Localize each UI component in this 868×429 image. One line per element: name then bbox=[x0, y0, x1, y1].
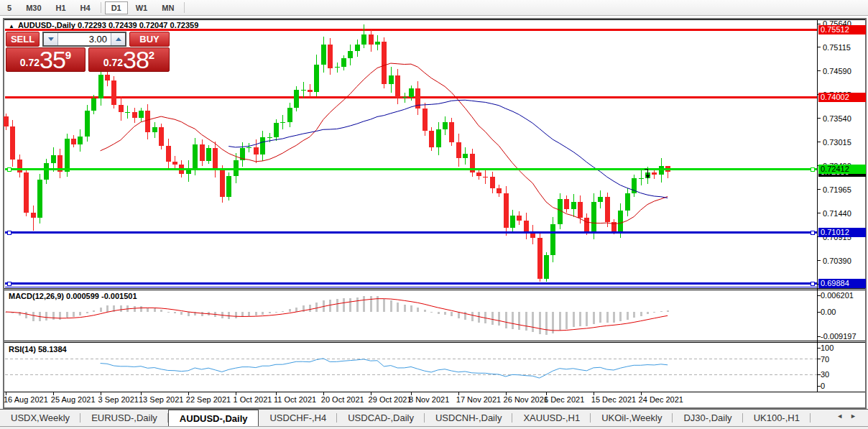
svg-text:100: 100 bbox=[821, 343, 834, 352]
chart-tab-usdchf-h4[interactable]: USDCHF-,H4 bbox=[259, 410, 337, 426]
svg-text:1 Oct 2021: 1 Oct 2021 bbox=[234, 395, 272, 404]
svg-text:24 Dec 2021: 24 Dec 2021 bbox=[639, 395, 683, 404]
svg-text:30: 30 bbox=[821, 370, 829, 379]
svg-text:8 Nov 2021: 8 Nov 2021 bbox=[409, 395, 449, 404]
chart-tab-audusd-daily[interactable]: AUDUSD-,Daily bbox=[168, 410, 259, 426]
buy-price-big-digits: 38 bbox=[123, 49, 149, 70]
svg-text:11 Oct 2021: 11 Oct 2021 bbox=[274, 395, 316, 404]
svg-text:0.73015: 0.73015 bbox=[823, 138, 851, 147]
rsi-axis: 10070300 bbox=[818, 343, 834, 390]
chart-ohlc-values: 0.72293 0.72439 0.72047 0.72359 bbox=[78, 21, 198, 29]
bottom-strip bbox=[0, 426, 868, 429]
pane-borders bbox=[4, 19, 865, 392]
svg-text:20 Oct 2021: 20 Oct 2021 bbox=[321, 395, 364, 404]
buy-price-prefix: 0.72 bbox=[103, 57, 123, 68]
ma-slow-line bbox=[228, 100, 668, 198]
macd-pane bbox=[5, 296, 669, 334]
svg-text:0.75115: 0.75115 bbox=[823, 43, 851, 52]
chart-tab-bar: USDX,WeeklyEURUSD-,DailyAUDUSD-,DailyUSD… bbox=[0, 409, 868, 426]
svg-text:0.74590: 0.74590 bbox=[823, 67, 851, 75]
price-tag-0.74002: 0.74002 bbox=[818, 93, 866, 102]
level-lines bbox=[5, 167, 817, 287]
rsi-indicator-title: RSI(14) 58.1384 bbox=[9, 345, 67, 354]
price-tag-0.71012: 0.71012 bbox=[818, 228, 866, 237]
date-axis: 16 Aug 202125 Aug 20213 Sep 202113 Sep 2… bbox=[4, 392, 683, 404]
volume-decrease-button[interactable] bbox=[44, 33, 58, 45]
sell-button[interactable]: SELL bbox=[6, 32, 40, 47]
chart-title: ▲AUDUSD-,Daily 0.72293 0.72439 0.72047 0… bbox=[9, 21, 198, 29]
svg-text:0.70390: 0.70390 bbox=[823, 257, 851, 265]
triangle-down-icon bbox=[48, 37, 54, 41]
collapse-toggle-icon[interactable]: ▲ bbox=[9, 23, 14, 29]
chart-tab-usdcad-daily[interactable]: USDCAD-,Daily bbox=[337, 410, 425, 426]
svg-text:3 Sep 2021: 3 Sep 2021 bbox=[98, 395, 139, 404]
sell-price-pip-digit: 9 bbox=[65, 49, 71, 61]
macd-axis: 0.0062010.00-0.009197 bbox=[818, 291, 857, 341]
svg-text:0: 0 bbox=[821, 382, 825, 390]
one-click-trading-panel: SELL BUY 0.72359 0.72382 bbox=[6, 32, 170, 72]
svg-text:0.71965: 0.71965 bbox=[823, 185, 851, 194]
tab-scroll-left-icon[interactable]: ◄ bbox=[836, 412, 850, 420]
price-axis: 0.756400.751150.745900.740650.735400.730… bbox=[818, 19, 851, 289]
sell-price-big-digits: 35 bbox=[40, 49, 65, 70]
svg-text:22 Sep 2021: 22 Sep 2021 bbox=[186, 395, 231, 404]
volume-increase-button[interactable] bbox=[111, 33, 125, 45]
svg-text:29 Oct 2021: 29 Oct 2021 bbox=[369, 395, 412, 404]
svg-text:15 Dec 2021: 15 Dec 2021 bbox=[591, 395, 636, 404]
macd-indicator-title: MACD(12,26,9) 0.000599 -0.001501 bbox=[9, 292, 137, 300]
tab-scroll-arrows: ◄► bbox=[836, 412, 864, 420]
buy-button[interactable]: BUY bbox=[129, 32, 170, 47]
chart-tab-xauusd-h1[interactable]: XAUUSD-,H1 bbox=[512, 410, 591, 426]
svg-text:26 Nov 2021: 26 Nov 2021 bbox=[504, 395, 548, 404]
svg-text:13 Sep 2021: 13 Sep 2021 bbox=[139, 395, 183, 404]
svg-text:6 Dec 2021: 6 Dec 2021 bbox=[544, 395, 584, 404]
buy-price-pip-digit: 2 bbox=[149, 49, 154, 61]
svg-text:0.71440: 0.71440 bbox=[823, 209, 851, 218]
chart-tab-uk100-h1[interactable]: UK100-,H1 bbox=[743, 410, 811, 426]
price-tag-0.69884: 0.69884 bbox=[818, 279, 866, 288]
price-tag-0.72412: 0.72412 bbox=[818, 165, 866, 174]
volume-control bbox=[42, 32, 126, 47]
tab-scroll-right-icon[interactable]: ► bbox=[850, 412, 864, 420]
sell-price-panel[interactable]: 0.72359 bbox=[6, 47, 86, 72]
svg-text:25 Aug 2021: 25 Aug 2021 bbox=[51, 395, 96, 404]
volume-input[interactable] bbox=[58, 33, 111, 45]
svg-text:0.00: 0.00 bbox=[821, 308, 836, 316]
svg-text:16 Aug 2021: 16 Aug 2021 bbox=[4, 395, 48, 404]
svg-text:0.006201: 0.006201 bbox=[821, 291, 854, 300]
chart-tab-ukoil-weekly[interactable]: UKOil-,Weekly bbox=[591, 410, 673, 426]
chart-symbol-label: AUDUSD-,Daily bbox=[18, 21, 75, 29]
mt4-chart-screen: 5M30H1H4D1W1MN 0.756400.751150.745900.74… bbox=[0, 0, 868, 429]
svg-text:-0.009197: -0.009197 bbox=[821, 332, 857, 341]
sell-price-prefix: 0.72 bbox=[20, 57, 40, 68]
chart-tab-usdcnh-daily[interactable]: USDCNH-,Daily bbox=[425, 410, 512, 426]
buy-price-panel[interactable]: 0.72382 bbox=[88, 47, 170, 72]
chart-tab-usdx-weekly[interactable]: USDX,Weekly bbox=[0, 410, 80, 426]
svg-text:0.73540: 0.73540 bbox=[823, 114, 851, 123]
chart-tab-eurusd-daily[interactable]: EURUSD-,Daily bbox=[80, 410, 168, 426]
rsi-line bbox=[101, 359, 668, 378]
rsi-pane bbox=[5, 359, 817, 378]
svg-text:70: 70 bbox=[821, 355, 829, 364]
chart-tab-dj30-daily[interactable]: DJ30-,Daily bbox=[673, 410, 742, 426]
price-tag-0.75512: 0.75512 bbox=[818, 25, 866, 34]
svg-text:17 Nov 2021: 17 Nov 2021 bbox=[456, 395, 501, 404]
triangle-up-icon bbox=[116, 37, 121, 41]
